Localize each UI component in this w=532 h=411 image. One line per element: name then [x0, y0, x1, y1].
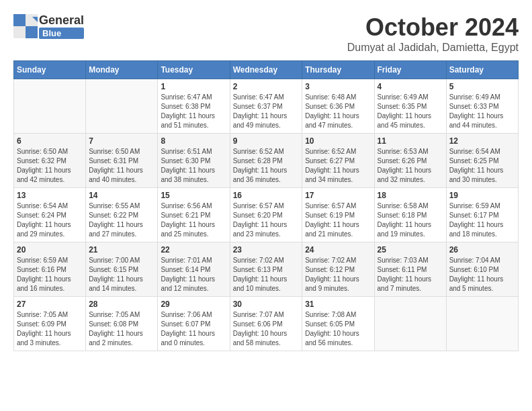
day-info: Sunrise: 7:08 AMSunset: 6:05 PMDaylight:… [305, 310, 371, 348]
calendar-cell [374, 297, 446, 351]
calendar-cell: 22Sunrise: 7:01 AMSunset: 6:14 PMDayligh… [158, 242, 230, 297]
calendar-cell: 7Sunrise: 6:50 AMSunset: 6:31 PMDaylight… [86, 134, 158, 188]
day-number: 20 [17, 245, 83, 255]
day-number: 8 [161, 136, 226, 146]
calendar-cell: 12Sunrise: 6:54 AMSunset: 6:25 PMDayligh… [446, 134, 518, 188]
calendar-cell: 9Sunrise: 6:52 AMSunset: 6:28 PMDaylight… [230, 134, 302, 188]
month-title: October 2024 [347, 13, 519, 42]
week-row-3: 13Sunrise: 6:54 AMSunset: 6:24 PMDayligh… [14, 188, 519, 242]
day-number: 9 [233, 136, 300, 146]
calendar-cell [86, 79, 158, 134]
calendar-cell: 28Sunrise: 7:05 AMSunset: 6:08 PMDayligh… [86, 297, 158, 351]
day-info: Sunrise: 6:55 AMSunset: 6:22 PMDaylight:… [89, 201, 154, 239]
day-info: Sunrise: 6:47 AMSunset: 6:37 PMDaylight:… [233, 93, 300, 130]
calendar-cell: 21Sunrise: 7:00 AMSunset: 6:15 PMDayligh… [86, 242, 158, 297]
calendar-cell: 25Sunrise: 7:03 AMSunset: 6:11 PMDayligh… [374, 242, 446, 297]
day-info: Sunrise: 6:50 AMSunset: 6:32 PMDaylight:… [17, 147, 83, 185]
calendar-cell: 26Sunrise: 7:04 AMSunset: 6:10 PMDayligh… [446, 242, 518, 297]
day-info: Sunrise: 7:05 AMSunset: 6:08 PMDaylight:… [89, 310, 154, 348]
week-row-1: 1Sunrise: 6:47 AMSunset: 6:38 PMDaylight… [14, 79, 519, 134]
day-number: 16 [233, 191, 300, 200]
week-row-4: 20Sunrise: 6:59 AMSunset: 6:16 PMDayligh… [14, 242, 519, 297]
day-info: Sunrise: 6:56 AMSunset: 6:21 PMDaylight:… [161, 201, 226, 239]
day-number: 22 [161, 245, 226, 255]
header-tuesday: Tuesday [158, 61, 230, 79]
header-monday: Monday [86, 61, 158, 79]
day-info: Sunrise: 7:03 AMSunset: 6:11 PMDaylight:… [378, 256, 443, 293]
day-number: 30 [233, 300, 300, 309]
day-number: 24 [305, 245, 371, 255]
day-info: Sunrise: 6:59 AMSunset: 6:16 PMDaylight:… [17, 256, 83, 293]
day-info: Sunrise: 7:02 AMSunset: 6:12 PMDaylight:… [305, 256, 371, 293]
day-info: Sunrise: 6:59 AMSunset: 6:17 PMDaylight:… [449, 201, 515, 239]
day-info: Sunrise: 6:47 AMSunset: 6:38 PMDaylight:… [161, 93, 226, 130]
header-thursday: Thursday [302, 61, 374, 79]
day-info: Sunrise: 7:05 AMSunset: 6:09 PMDaylight:… [17, 310, 83, 348]
logo: General Blue [13, 13, 84, 39]
calendar-cell: 19Sunrise: 6:59 AMSunset: 6:17 PMDayligh… [446, 188, 518, 242]
calendar-cell: 5Sunrise: 6:49 AMSunset: 6:33 PMDaylight… [446, 79, 518, 134]
day-number: 5 [449, 82, 515, 91]
header-friday: Friday [374, 61, 446, 79]
day-info: Sunrise: 6:53 AMSunset: 6:26 PMDaylight:… [378, 147, 443, 185]
calendar-cell: 18Sunrise: 6:58 AMSunset: 6:18 PMDayligh… [374, 188, 446, 242]
calendar-cell: 31Sunrise: 7:08 AMSunset: 6:05 PMDayligh… [302, 297, 374, 351]
day-number: 1 [161, 82, 226, 91]
svg-rect-0 [13, 14, 26, 26]
day-info: Sunrise: 6:50 AMSunset: 6:31 PMDaylight:… [89, 147, 154, 185]
calendar-cell: 8Sunrise: 6:51 AMSunset: 6:30 PMDaylight… [158, 134, 230, 188]
day-number: 19 [449, 191, 515, 200]
calendar-cell: 29Sunrise: 7:06 AMSunset: 6:07 PMDayligh… [158, 297, 230, 351]
day-number: 11 [378, 136, 443, 146]
day-info: Sunrise: 7:06 AMSunset: 6:07 PMDaylight:… [161, 310, 226, 348]
day-info: Sunrise: 6:51 AMSunset: 6:30 PMDaylight:… [161, 147, 226, 185]
logo-blue: Blue [39, 28, 84, 39]
day-number: 4 [378, 82, 443, 91]
day-info: Sunrise: 6:57 AMSunset: 6:20 PMDaylight:… [233, 201, 300, 239]
calendar-cell [14, 79, 86, 134]
day-info: Sunrise: 6:52 AMSunset: 6:27 PMDaylight:… [305, 147, 371, 185]
day-number: 29 [161, 300, 226, 309]
calendar-header-row: SundayMondayTuesdayWednesdayThursdayFrid… [14, 61, 519, 79]
day-number: 23 [233, 245, 300, 255]
day-number: 7 [89, 136, 154, 146]
calendar-cell: 11Sunrise: 6:53 AMSunset: 6:26 PMDayligh… [374, 134, 446, 188]
calendar-cell: 6Sunrise: 6:50 AMSunset: 6:32 PMDaylight… [14, 134, 86, 188]
calendar-cell: 20Sunrise: 6:59 AMSunset: 6:16 PMDayligh… [14, 242, 86, 297]
day-number: 15 [161, 191, 226, 200]
day-info: Sunrise: 6:52 AMSunset: 6:28 PMDaylight:… [233, 147, 300, 185]
svg-rect-3 [26, 26, 38, 38]
day-number: 2 [233, 82, 300, 91]
calendar-cell: 10Sunrise: 6:52 AMSunset: 6:27 PMDayligh… [302, 134, 374, 188]
day-number: 12 [449, 136, 515, 146]
calendar-cell: 2Sunrise: 6:47 AMSunset: 6:37 PMDaylight… [230, 79, 302, 134]
calendar-cell: 16Sunrise: 6:57 AMSunset: 6:20 PMDayligh… [230, 188, 302, 242]
calendar-cell: 13Sunrise: 6:54 AMSunset: 6:24 PMDayligh… [14, 188, 86, 242]
title-block: October 2024 Dumyat al Jadidah, Damietta… [347, 13, 519, 54]
day-info: Sunrise: 7:00 AMSunset: 6:15 PMDaylight:… [89, 256, 154, 293]
day-info: Sunrise: 6:49 AMSunset: 6:35 PMDaylight:… [378, 93, 443, 130]
calendar-cell: 30Sunrise: 7:07 AMSunset: 6:06 PMDayligh… [230, 297, 302, 351]
week-row-2: 6Sunrise: 6:50 AMSunset: 6:32 PMDaylight… [14, 134, 519, 188]
day-info: Sunrise: 7:04 AMSunset: 6:10 PMDaylight:… [449, 256, 515, 293]
header-sunday: Sunday [14, 61, 86, 79]
svg-rect-2 [13, 26, 26, 38]
calendar-cell: 24Sunrise: 7:02 AMSunset: 6:12 PMDayligh… [302, 242, 374, 297]
calendar-cell: 4Sunrise: 6:49 AMSunset: 6:35 PMDaylight… [374, 79, 446, 134]
header-wednesday: Wednesday [230, 61, 302, 79]
calendar-cell: 14Sunrise: 6:55 AMSunset: 6:22 PMDayligh… [86, 188, 158, 242]
calendar-cell [446, 297, 518, 351]
calendar-cell: 1Sunrise: 6:47 AMSunset: 6:38 PMDaylight… [158, 79, 230, 134]
calendar-cell: 15Sunrise: 6:56 AMSunset: 6:21 PMDayligh… [158, 188, 230, 242]
logo-general: General [39, 13, 84, 28]
week-row-5: 27Sunrise: 7:05 AMSunset: 6:09 PMDayligh… [14, 297, 519, 351]
calendar-cell: 17Sunrise: 6:57 AMSunset: 6:19 PMDayligh… [302, 188, 374, 242]
day-number: 18 [378, 191, 443, 200]
header-saturday: Saturday [446, 61, 518, 79]
day-info: Sunrise: 6:54 AMSunset: 6:25 PMDaylight:… [449, 147, 515, 185]
day-info: Sunrise: 6:54 AMSunset: 6:24 PMDaylight:… [17, 201, 83, 239]
day-number: 3 [305, 82, 371, 91]
day-info: Sunrise: 7:01 AMSunset: 6:14 PMDaylight:… [161, 256, 226, 293]
calendar-table: SundayMondayTuesdayWednesdayThursdayFrid… [13, 60, 519, 351]
calendar-cell: 3Sunrise: 6:48 AMSunset: 6:36 PMDaylight… [302, 79, 374, 134]
